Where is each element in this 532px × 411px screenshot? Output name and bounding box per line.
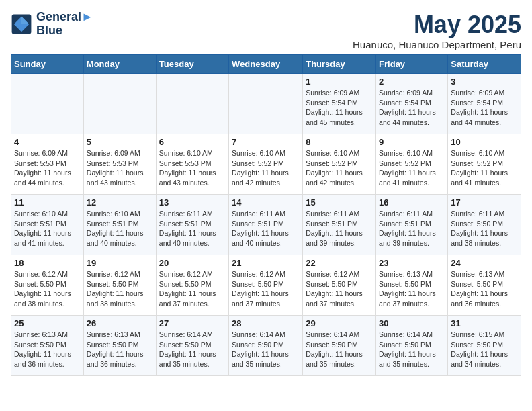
calendar-cell: 6Sunrise: 6:10 AM Sunset: 5:53 PM Daylig… — [156, 134, 228, 195]
day-number: 24 — [451, 258, 518, 268]
week-row-2: 4Sunrise: 6:09 AM Sunset: 5:53 PM Daylig… — [11, 134, 521, 195]
calendar-cell: 4Sunrise: 6:09 AM Sunset: 5:53 PM Daylig… — [11, 134, 84, 195]
day-detail: Sunrise: 6:10 AM Sunset: 5:51 PM Dayligh… — [14, 209, 81, 248]
title-area: May 2025 Huanuco, Huanuco Department, Pe… — [353, 11, 521, 50]
day-number: 31 — [451, 318, 518, 328]
day-number: 20 — [159, 258, 226, 268]
day-header-monday: Monday — [83, 55, 156, 74]
day-detail: Sunrise: 6:10 AM Sunset: 5:52 PM Dayligh… — [451, 148, 518, 188]
day-number: 27 — [159, 318, 226, 328]
month-title: May 2025 — [353, 11, 521, 39]
calendar-cell: 25Sunrise: 6:13 AM Sunset: 5:50 PM Dayli… — [11, 316, 84, 376]
day-number: 19 — [87, 258, 153, 268]
day-detail: Sunrise: 6:11 AM Sunset: 5:51 PM Dayligh… — [232, 209, 300, 248]
calendar-cell: 26Sunrise: 6:13 AM Sunset: 5:50 PM Dayli… — [83, 316, 156, 376]
calendar-cell: 16Sunrise: 6:11 AM Sunset: 5:51 PM Dayli… — [376, 195, 448, 255]
week-row-4: 18Sunrise: 6:12 AM Sunset: 5:50 PM Dayli… — [11, 255, 521, 316]
day-detail: Sunrise: 6:14 AM Sunset: 5:50 PM Dayligh… — [159, 330, 226, 369]
calendar-cell: 12Sunrise: 6:10 AM Sunset: 5:51 PM Dayli… — [83, 195, 156, 255]
logo-icon — [11, 13, 32, 35]
calendar-cell: 18Sunrise: 6:12 AM Sunset: 5:50 PM Dayli… — [11, 255, 84, 316]
calendar-cell: 17Sunrise: 6:11 AM Sunset: 5:50 PM Dayli… — [448, 195, 521, 255]
day-number: 1 — [306, 77, 373, 87]
day-detail: Sunrise: 6:14 AM Sunset: 5:50 PM Dayligh… — [379, 330, 445, 369]
day-number: 2 — [379, 77, 445, 87]
logo: General► Blue — [11, 11, 93, 38]
calendar-cell: 10Sunrise: 6:10 AM Sunset: 5:52 PM Dayli… — [448, 134, 521, 195]
day-number: 23 — [379, 258, 445, 268]
day-detail: Sunrise: 6:09 AM Sunset: 5:53 PM Dayligh… — [87, 148, 153, 188]
day-number: 22 — [306, 258, 373, 268]
calendar-cell: 30Sunrise: 6:14 AM Sunset: 5:50 PM Dayli… — [376, 316, 448, 376]
day-detail: Sunrise: 6:10 AM Sunset: 5:52 PM Dayligh… — [232, 148, 300, 188]
calendar-cell: 13Sunrise: 6:11 AM Sunset: 5:51 PM Dayli… — [156, 195, 228, 255]
calendar-cell: 7Sunrise: 6:10 AM Sunset: 5:52 PM Daylig… — [229, 134, 303, 195]
day-number: 10 — [451, 137, 518, 147]
calendar-cell: 24Sunrise: 6:13 AM Sunset: 5:50 PM Dayli… — [448, 255, 521, 316]
day-detail: Sunrise: 6:15 AM Sunset: 5:50 PM Dayligh… — [451, 330, 518, 369]
day-number: 25 — [14, 318, 81, 328]
calendar-cell: 31Sunrise: 6:15 AM Sunset: 5:50 PM Dayli… — [448, 316, 521, 376]
day-number: 29 — [306, 318, 373, 328]
calendar-cell: 21Sunrise: 6:12 AM Sunset: 5:50 PM Dayli… — [229, 255, 303, 316]
day-detail: Sunrise: 6:13 AM Sunset: 5:50 PM Dayligh… — [14, 330, 81, 369]
calendar-table: SundayMondayTuesdayWednesdayThursdayFrid… — [11, 54, 521, 376]
day-detail: Sunrise: 6:09 AM Sunset: 5:54 PM Dayligh… — [306, 88, 373, 128]
calendar-cell: 8Sunrise: 6:10 AM Sunset: 5:52 PM Daylig… — [303, 134, 376, 195]
day-detail: Sunrise: 6:12 AM Sunset: 5:50 PM Dayligh… — [306, 269, 373, 309]
calendar-cell: 5Sunrise: 6:09 AM Sunset: 5:53 PM Daylig… — [83, 134, 156, 195]
day-number: 7 — [232, 137, 300, 147]
location-title: Huanuco, Huanuco Department, Peru — [353, 39, 521, 50]
day-number: 17 — [451, 197, 518, 208]
week-row-3: 11Sunrise: 6:10 AM Sunset: 5:51 PM Dayli… — [11, 195, 521, 255]
day-number: 30 — [379, 318, 445, 328]
day-header-thursday: Thursday — [303, 55, 376, 74]
day-number: 3 — [451, 77, 518, 87]
calendar-cell: 27Sunrise: 6:14 AM Sunset: 5:50 PM Dayli… — [156, 316, 228, 376]
day-number: 14 — [232, 197, 300, 208]
calendar-cell — [229, 74, 303, 134]
day-detail: Sunrise: 6:10 AM Sunset: 5:52 PM Dayligh… — [306, 148, 373, 188]
calendar-cell: 22Sunrise: 6:12 AM Sunset: 5:50 PM Dayli… — [303, 255, 376, 316]
day-detail: Sunrise: 6:12 AM Sunset: 5:50 PM Dayligh… — [87, 269, 153, 309]
day-detail: Sunrise: 6:14 AM Sunset: 5:50 PM Dayligh… — [306, 330, 373, 369]
day-detail: Sunrise: 6:10 AM Sunset: 5:53 PM Dayligh… — [159, 148, 226, 188]
calendar-cell — [156, 74, 228, 134]
day-header-saturday: Saturday — [448, 55, 521, 74]
day-detail: Sunrise: 6:13 AM Sunset: 5:50 PM Dayligh… — [451, 269, 518, 309]
day-detail: Sunrise: 6:11 AM Sunset: 5:51 PM Dayligh… — [306, 209, 373, 248]
day-detail: Sunrise: 6:12 AM Sunset: 5:50 PM Dayligh… — [159, 269, 226, 309]
day-number: 13 — [159, 197, 226, 208]
day-number: 18 — [14, 258, 81, 268]
day-header-wednesday: Wednesday — [229, 55, 303, 74]
day-detail: Sunrise: 6:12 AM Sunset: 5:50 PM Dayligh… — [232, 269, 300, 309]
calendar-cell: 14Sunrise: 6:11 AM Sunset: 5:51 PM Dayli… — [229, 195, 303, 255]
day-detail: Sunrise: 6:10 AM Sunset: 5:52 PM Dayligh… — [379, 148, 445, 188]
day-detail: Sunrise: 6:09 AM Sunset: 5:54 PM Dayligh… — [451, 88, 518, 128]
day-number: 21 — [232, 258, 300, 268]
logo-text: General► Blue — [36, 11, 93, 38]
day-detail: Sunrise: 6:13 AM Sunset: 5:50 PM Dayligh… — [379, 269, 445, 309]
calendar-cell: 3Sunrise: 6:09 AM Sunset: 5:54 PM Daylig… — [448, 74, 521, 134]
calendar-cell: 19Sunrise: 6:12 AM Sunset: 5:50 PM Dayli… — [83, 255, 156, 316]
calendar-cell: 29Sunrise: 6:14 AM Sunset: 5:50 PM Dayli… — [303, 316, 376, 376]
calendar-cell — [83, 74, 156, 134]
day-number: 28 — [232, 318, 300, 328]
calendar-cell: 2Sunrise: 6:09 AM Sunset: 5:54 PM Daylig… — [376, 74, 448, 134]
calendar-cell: 11Sunrise: 6:10 AM Sunset: 5:51 PM Dayli… — [11, 195, 84, 255]
calendar-cell: 15Sunrise: 6:11 AM Sunset: 5:51 PM Dayli… — [303, 195, 376, 255]
day-number: 6 — [159, 137, 226, 147]
day-detail: Sunrise: 6:13 AM Sunset: 5:50 PM Dayligh… — [87, 330, 153, 369]
day-header-tuesday: Tuesday — [156, 55, 228, 74]
day-detail: Sunrise: 6:11 AM Sunset: 5:50 PM Dayligh… — [451, 209, 518, 248]
header-row: SundayMondayTuesdayWednesdayThursdayFrid… — [11, 55, 521, 74]
calendar-cell: 1Sunrise: 6:09 AM Sunset: 5:54 PM Daylig… — [303, 74, 376, 134]
day-header-friday: Friday — [376, 55, 448, 74]
day-detail: Sunrise: 6:12 AM Sunset: 5:50 PM Dayligh… — [14, 269, 81, 309]
calendar-cell — [11, 74, 84, 134]
day-number: 16 — [379, 197, 445, 208]
day-detail: Sunrise: 6:10 AM Sunset: 5:51 PM Dayligh… — [87, 209, 153, 248]
day-number: 12 — [87, 197, 153, 208]
day-detail: Sunrise: 6:09 AM Sunset: 5:53 PM Dayligh… — [14, 148, 81, 188]
day-detail: Sunrise: 6:09 AM Sunset: 5:54 PM Dayligh… — [379, 88, 445, 128]
